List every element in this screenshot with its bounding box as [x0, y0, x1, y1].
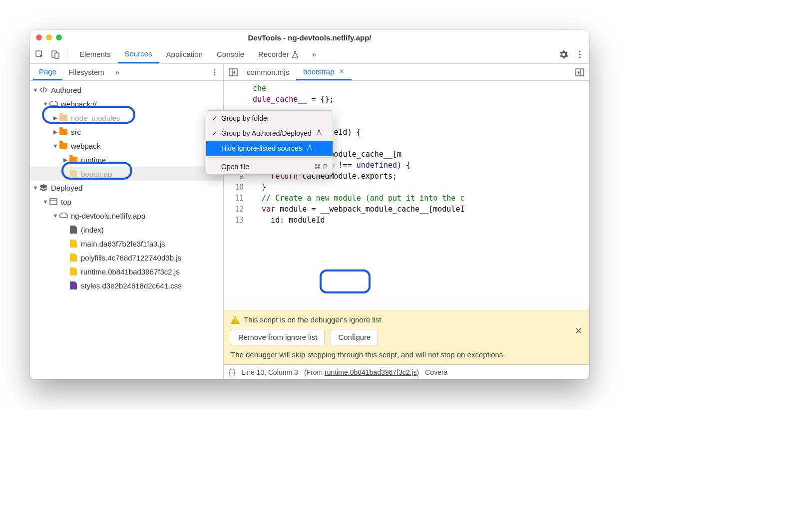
file-icon [69, 239, 78, 248]
svg-point-7 [214, 71, 216, 73]
tree-src[interactable]: ▶ src [30, 125, 223, 139]
tree-label: top [61, 198, 71, 206]
tree-runtime[interactable]: ▶ runtime [30, 153, 223, 167]
file-icon [69, 225, 78, 234]
remove-from-ignore-button[interactable]: Remove from ignore list [231, 329, 325, 345]
tree-label: Deployed [51, 184, 82, 192]
tree-bootstrap[interactable]: bootstrap [30, 167, 223, 181]
toggle-debugger-icon[interactable] [573, 66, 586, 79]
tree-label: main.da63f7b2fe3f1fa3.js [81, 240, 165, 248]
tree-file-main[interactable]: main.da63f7b2fe3f1fa3.js [30, 237, 223, 251]
navigator-context-menu: ✓ Group by folder ✓ Group by Authored/De… [206, 110, 333, 175]
tree-label: bootstrap [81, 170, 112, 178]
tree-label: styles.d3e2b24618d2c641.css [81, 281, 182, 290]
ignore-list-banner: This script is on the debugger's ignore … [224, 310, 589, 364]
tree-label: runtime.0b841bad3967f3c2.js [81, 267, 180, 276]
file-icon [69, 169, 78, 178]
source-link[interactable]: runtime.0b841bad3967f3c2.js [325, 368, 416, 376]
menu-group-by-authored[interactable]: ✓ Group by Authored/Deployed [206, 126, 333, 141]
tree-deployed[interactable]: ▼ Deployed [30, 181, 223, 195]
shortcut-label: ⌘ P [314, 163, 328, 171]
tree-node-modules[interactable]: ▶ node_modules [30, 111, 223, 125]
tree-file-styles[interactable]: styles.d3e2b24618d2c641.css [30, 278, 223, 292]
inspect-element-icon[interactable] [33, 48, 46, 61]
file-icon [69, 281, 78, 290]
code-icon [39, 85, 48, 94]
tree-file-index[interactable]: (index) [30, 223, 223, 237]
status-bar: { } Line 10, Column 3 (From runtime.0b84… [224, 364, 589, 379]
close-banner-icon[interactable]: ✕ [575, 325, 582, 336]
svg-rect-2 [55, 53, 59, 58]
tab-sources[interactable]: Sources [118, 45, 159, 63]
menu-open-file[interactable]: Open file ⌘ P [206, 159, 333, 174]
navigator-menu-icon[interactable] [206, 69, 223, 76]
tab-console[interactable]: Console [210, 45, 251, 63]
tree-webpack[interactable]: ▼ webpack:// [30, 97, 223, 111]
editor-tab-common[interactable]: common.mjs [240, 64, 296, 80]
navigator-tabs: Page Filesystem » [30, 64, 223, 81]
svg-rect-15 [235, 318, 236, 321]
devtools-window: DevTools - ng-devtools.netlify.app/ Elem… [30, 30, 589, 379]
folder-icon [59, 127, 68, 136]
tree-label: Authored [51, 86, 81, 94]
banner-title: This script is on the debugger's ignore … [244, 315, 382, 324]
tab-page[interactable]: Page [33, 64, 62, 80]
banner-description: The debugger will skip stepping through … [231, 350, 582, 359]
svg-point-3 [579, 50, 580, 52]
toggle-navigator-icon[interactable] [227, 66, 240, 79]
navigator-pane: Page Filesystem » ▼ Authored ▼ webpack:/… [30, 64, 224, 379]
tree-label: ng-devtools.netlify.app [71, 212, 145, 220]
flask-icon [307, 145, 312, 151]
folder-icon [69, 155, 78, 164]
chevron-down-icon: ▼ [52, 213, 59, 219]
configure-button[interactable]: Configure [331, 329, 378, 345]
chevron-down-icon: ▼ [42, 199, 49, 205]
tree-authored[interactable]: ▼ Authored [30, 83, 223, 97]
tree-label: webpack:// [61, 100, 97, 108]
tab-filesystem[interactable]: Filesystem [62, 64, 110, 80]
tree-label: runtime [81, 156, 106, 164]
frame-icon [49, 197, 58, 206]
coverage-label: Covera [425, 368, 447, 376]
flask-icon [292, 51, 298, 58]
chevron-right-icon: ▶ [52, 129, 59, 135]
cloud-icon [59, 211, 68, 220]
file-tree: ▼ Authored ▼ webpack:// ▶ node_modules ▶ [30, 81, 223, 379]
cursor-position: Line 10, Column 3 [241, 368, 298, 376]
window-title: DevTools - ng-devtools.netlify.app/ [30, 33, 589, 42]
warning-icon [231, 316, 240, 324]
tree-webpack-folder[interactable]: ▼ webpack [30, 139, 223, 153]
panel-tabs: Elements Sources Application Console Rec… [72, 45, 323, 63]
tree-host[interactable]: ▼ ng-devtools.netlify.app [30, 209, 223, 223]
device-toolbar-icon[interactable] [49, 48, 62, 61]
folder-icon [59, 141, 68, 150]
deployed-icon [39, 183, 48, 192]
chevron-right-icon: ▶ [62, 157, 69, 163]
kebab-menu-icon[interactable] [573, 48, 586, 61]
more-navigator-tabs-icon[interactable]: » [110, 68, 124, 76]
tab-application[interactable]: Application [159, 45, 210, 63]
menu-hide-ignore-listed[interactable]: Hide ignore-listed sources [206, 141, 333, 156]
tab-recorder[interactable]: Recorder [251, 45, 305, 63]
editor-tab-bootstrap[interactable]: bootstrap ✕ [296, 64, 352, 80]
chevron-right-icon: ▶ [52, 115, 59, 121]
tree-file-polyfills[interactable]: polyfills.4c768d7122740d3b.js [30, 251, 223, 265]
tree-label: src [71, 128, 81, 136]
tree-file-runtime[interactable]: runtime.0b841bad3967f3c2.js [30, 265, 223, 278]
chevron-down-icon: ▼ [52, 143, 59, 149]
source-mapped-from: (From runtime.0b841bad3967f3c2.js) [304, 368, 419, 376]
more-tabs-icon[interactable]: » [305, 45, 323, 63]
svg-point-5 [579, 56, 580, 58]
main-toolbar: Elements Sources Application Console Rec… [30, 45, 589, 64]
gear-icon[interactable] [557, 48, 570, 61]
close-tab-icon[interactable]: ✕ [339, 67, 345, 75]
flask-icon [317, 130, 322, 136]
tab-elements[interactable]: Elements [72, 45, 118, 63]
svg-point-8 [214, 74, 216, 75]
cloud-icon [49, 99, 58, 108]
pretty-print-icon[interactable]: { } [229, 368, 235, 376]
check-icon: ✓ [211, 129, 218, 137]
svg-point-4 [579, 53, 580, 55]
tree-top[interactable]: ▼ top [30, 195, 223, 209]
menu-group-by-folder[interactable]: ✓ Group by folder [206, 111, 333, 126]
